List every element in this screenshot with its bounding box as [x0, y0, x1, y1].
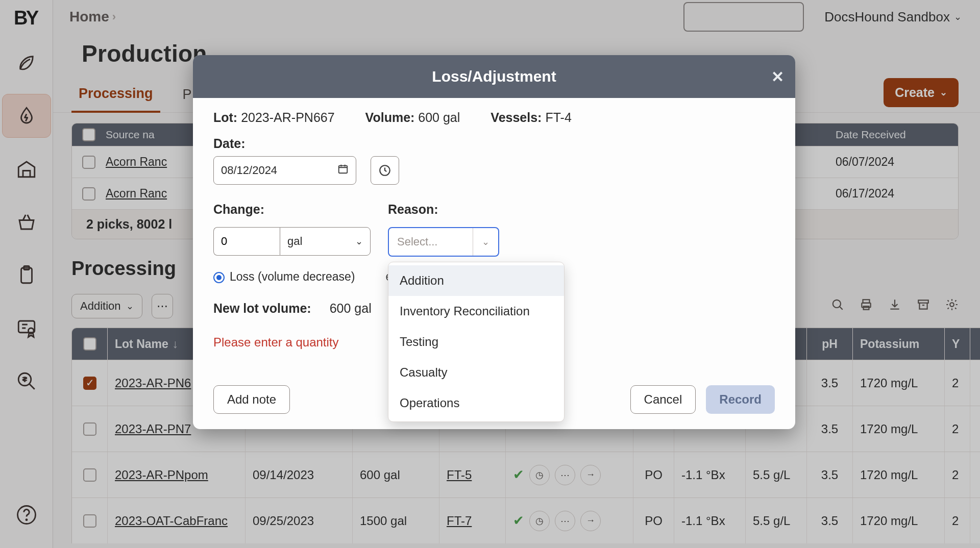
change-quantity-wrap: gal ⌄ [213, 227, 371, 256]
new-volume-value: 600 gal [330, 301, 372, 316]
reason-label: Reason: [388, 202, 499, 217]
chevron-down-icon: ⌄ [355, 236, 363, 247]
clock-icon [378, 164, 391, 177]
reason-option-inventory-reconciliation[interactable]: Inventory Reconciliation [388, 296, 564, 327]
reason-dropdown: Addition Inventory Reconciliation Testin… [388, 262, 565, 422]
svg-rect-14 [339, 166, 348, 173]
date-value: 08/12/2024 [221, 164, 332, 177]
date-label: Date: [213, 136, 775, 151]
date-input[interactable]: 08/12/2024 [213, 156, 356, 185]
vessels-label: Vessels: [491, 110, 542, 124]
chevron-down-icon: ⌄ [473, 228, 498, 256]
change-label: Change: [213, 202, 371, 217]
lot-value: 2023-AR-PN667 [241, 110, 334, 124]
change-unit-select[interactable]: gal ⌄ [280, 227, 371, 256]
calendar-icon [337, 163, 349, 178]
volume-label: Volume: [365, 110, 415, 124]
reason-option-casualty[interactable]: Casualty [388, 357, 564, 388]
new-volume-label: New lot volume: [213, 301, 311, 316]
add-note-button[interactable]: Add note [213, 385, 290, 414]
change-quantity-input[interactable] [213, 227, 280, 256]
unit-value: gal [287, 235, 302, 248]
volume-value: 600 gal [418, 110, 460, 124]
vessels-value: FT-4 [545, 110, 571, 124]
reason-select[interactable]: Select... ⌄ Addition Inventory Reconcili… [388, 227, 499, 257]
lot-label: Lot: [213, 110, 237, 124]
reason-option-operations[interactable]: Operations [388, 388, 564, 418]
radio-icon [213, 272, 225, 283]
record-button[interactable]: Record [706, 385, 775, 414]
reason-option-addition[interactable]: Addition [388, 265, 564, 296]
radio-loss[interactable]: Loss (volume decrease) [213, 270, 355, 284]
reason-placeholder: Select... [389, 235, 473, 248]
time-button[interactable] [371, 156, 399, 185]
reason-option-testing[interactable]: Testing [388, 327, 564, 357]
loss-adjustment-modal: Loss/Adjustment ✕ Lot: 2023-AR-PN667 Vol… [193, 55, 795, 429]
modal-close-button[interactable]: ✕ [771, 68, 784, 86]
modal-body: Lot: 2023-AR-PN667 Volume: 600 gal Vesse… [193, 98, 795, 429]
cancel-button[interactable]: Cancel [630, 385, 696, 414]
modal-title: Loss/Adjustment [432, 68, 556, 85]
modal-header: Loss/Adjustment ✕ [193, 55, 795, 98]
modal-info-line: Lot: 2023-AR-PN667 Volume: 600 gal Vesse… [213, 110, 775, 125]
